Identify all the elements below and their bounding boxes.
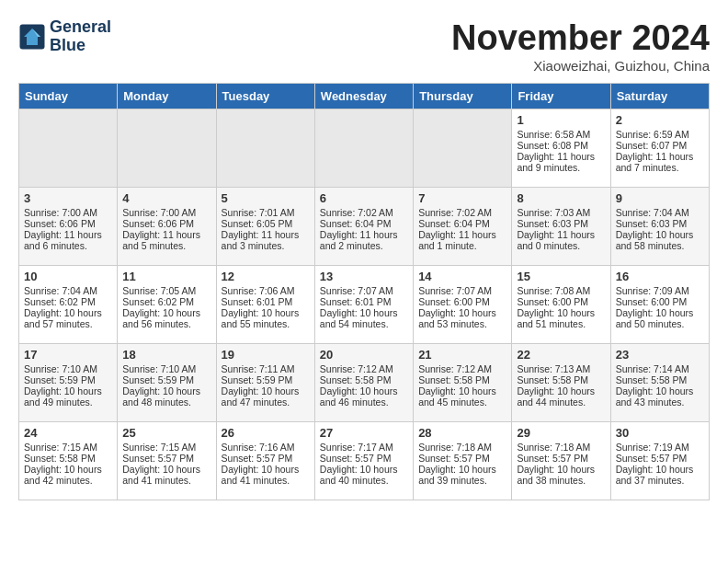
calendar-cell: 29Sunrise: 7:18 AMSunset: 5:57 PMDayligh… [512,422,610,500]
day-info: and 54 minutes. [320,318,408,329]
day-info: Sunrise: 6:58 AM [517,129,605,140]
day-info: and 47 minutes. [222,396,310,408]
day-info: Sunrise: 7:04 AM [616,207,704,218]
calendar-cell: 22Sunrise: 7:13 AMSunset: 5:58 PMDayligh… [512,344,610,422]
day-info: and 49 minutes. [24,396,112,408]
day-info: Daylight: 10 hours [122,385,210,396]
day-info: Daylight: 10 hours [24,464,112,475]
day-number: 29 [517,426,605,440]
day-info: and 3 minutes. [222,240,310,251]
calendar-cell: 4Sunrise: 7:00 AMSunset: 6:06 PMDaylight… [118,188,216,266]
day-number: 9 [616,191,704,205]
day-info: Sunset: 6:03 PM [616,218,704,229]
day-info: Daylight: 11 hours [222,229,310,240]
calendar-week-row: 17Sunrise: 7:10 AMSunset: 5:59 PMDayligh… [19,344,710,422]
day-info: Sunrise: 7:00 AM [122,207,210,218]
calendar-cell: 24Sunrise: 7:15 AMSunset: 5:58 PMDayligh… [19,422,118,500]
day-number: 20 [320,348,408,362]
day-number: 24 [24,426,112,440]
calendar-cell: 2Sunrise: 6:59 AMSunset: 6:07 PMDaylight… [610,109,709,188]
day-number: 8 [517,191,605,205]
day-info: Sunrise: 7:12 AM [320,363,408,374]
day-number: 4 [122,191,210,205]
day-info: Sunrise: 7:05 AM [122,285,210,296]
calendar-cell: 9Sunrise: 7:04 AMSunset: 6:03 PMDaylight… [610,188,709,266]
header-wednesday: Wednesday [314,84,413,109]
day-info: Daylight: 11 hours [418,229,506,240]
calendar-week-row: 1Sunrise: 6:58 AMSunset: 6:08 PMDaylight… [19,109,710,188]
day-info: Sunset: 6:05 PM [222,218,310,229]
day-info: and 5 minutes. [122,240,210,251]
day-info: Daylight: 10 hours [222,464,310,475]
calendar-cell: 17Sunrise: 7:10 AMSunset: 5:59 PMDayligh… [19,344,118,422]
day-info: Sunrise: 7:10 AM [122,363,210,374]
day-info: Sunset: 6:01 PM [222,296,310,307]
calendar-cell: 23Sunrise: 7:14 AMSunset: 5:58 PMDayligh… [610,344,709,422]
day-info: and 45 minutes. [418,396,506,408]
day-info: Sunrise: 7:03 AM [517,207,605,218]
day-number: 11 [122,270,210,283]
day-info: Sunset: 5:59 PM [222,374,310,385]
day-info: Sunset: 5:58 PM [616,374,704,385]
day-info: Daylight: 10 hours [616,464,704,475]
day-number: 1 [517,113,605,127]
day-info: Sunrise: 7:15 AM [122,442,210,453]
day-number: 28 [418,426,506,440]
calendar-week-row: 10Sunrise: 7:04 AMSunset: 6:02 PMDayligh… [19,266,710,344]
day-info: Sunset: 5:57 PM [320,453,408,464]
calendar-cell: 28Sunrise: 7:18 AMSunset: 5:57 PMDayligh… [414,422,512,500]
day-info: and 7 minutes. [616,162,704,173]
day-info: Daylight: 11 hours [122,229,210,240]
day-info: and 53 minutes. [418,318,506,329]
day-info: and 6 minutes. [24,240,112,251]
calendar-cell [414,109,512,188]
day-number: 23 [616,348,704,362]
day-info: Daylight: 10 hours [418,464,506,475]
day-info: Daylight: 10 hours [418,307,506,318]
calendar-cell [118,109,216,188]
calendar-cell: 14Sunrise: 7:07 AMSunset: 6:00 PMDayligh… [414,266,512,344]
day-info: Sunset: 5:59 PM [24,374,112,385]
day-info: and 43 minutes. [616,396,704,408]
calendar-cell: 11Sunrise: 7:05 AMSunset: 6:02 PMDayligh… [118,266,216,344]
calendar-cell: 6Sunrise: 7:02 AMSunset: 6:04 PMDaylight… [314,188,413,266]
page-header: General Blue November 2024 Xiaoweizhai, … [18,18,710,74]
day-info: Daylight: 10 hours [616,385,704,396]
calendar-cell: 13Sunrise: 7:07 AMSunset: 6:01 PMDayligh… [314,266,413,344]
day-info: Sunrise: 7:11 AM [222,363,310,374]
day-info: Sunrise: 7:16 AM [222,442,310,453]
header-sunday: Sunday [19,84,118,109]
day-info: Sunrise: 7:08 AM [517,285,605,296]
day-info: Daylight: 10 hours [616,229,704,240]
day-info: Sunrise: 7:02 AM [320,207,408,218]
header-tuesday: Tuesday [216,84,314,109]
day-info: and 9 minutes. [517,162,605,173]
day-info: Sunrise: 7:18 AM [418,442,506,453]
calendar-cell: 1Sunrise: 6:58 AMSunset: 6:08 PMDaylight… [512,109,610,188]
day-info: and 44 minutes. [517,396,605,408]
day-info: Sunrise: 7:10 AM [24,363,112,374]
month-title: November 2024 [451,18,710,58]
day-number: 10 [24,270,112,283]
day-info: and 40 minutes. [320,475,408,486]
logo-text: General Blue [50,18,111,55]
day-info: Sunset: 6:06 PM [24,218,112,229]
day-info: Sunset: 6:03 PM [517,218,605,229]
calendar-cell: 16Sunrise: 7:09 AMSunset: 6:00 PMDayligh… [610,266,709,344]
day-info: and 42 minutes. [24,475,112,486]
calendar-cell [19,109,118,188]
location-subtitle: Xiaoweizhai, Guizhou, China [451,58,710,74]
day-info: and 41 minutes. [222,475,310,486]
day-number: 16 [616,270,704,283]
day-info: Daylight: 10 hours [222,307,310,318]
day-info: Sunset: 6:04 PM [418,218,506,229]
day-info: Daylight: 10 hours [222,385,310,396]
calendar-cell: 10Sunrise: 7:04 AMSunset: 6:02 PMDayligh… [19,266,118,344]
day-info: Sunset: 6:04 PM [320,218,408,229]
day-info: Sunset: 5:57 PM [517,453,605,464]
day-info: Daylight: 10 hours [616,307,704,318]
day-info: Sunrise: 7:02 AM [418,207,506,218]
day-info: Sunset: 6:07 PM [616,140,704,151]
day-number: 12 [222,270,310,283]
day-info: Sunrise: 6:59 AM [616,129,704,140]
